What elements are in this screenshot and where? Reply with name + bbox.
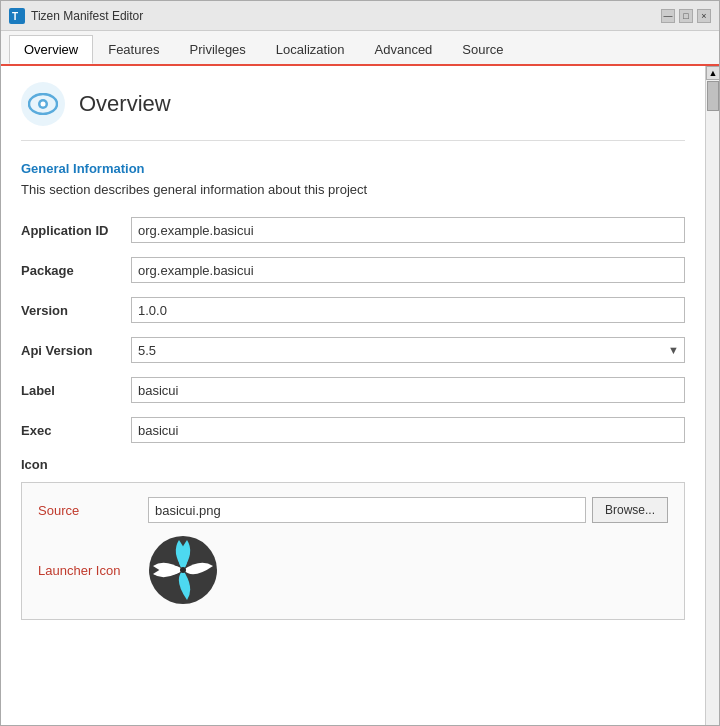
source-input-wrapper: Browse... <box>148 497 668 523</box>
title-bar-left: T Tizen Manifest Editor <box>9 8 143 24</box>
package-row: Package <box>21 257 685 283</box>
icon-section: Icon Source Browse... Launcher Icon <box>21 457 685 620</box>
tab-bar: Overview Features Privileges Localizatio… <box>1 31 719 66</box>
section-desc: This section describes general informati… <box>21 182 685 197</box>
api-version-row: Api Version 5.5 5.0 4.0 ▼ <box>21 337 685 363</box>
tab-features[interactable]: Features <box>93 35 174 64</box>
scrollbar-thumb[interactable] <box>707 81 719 111</box>
scroll-up-button[interactable]: ▲ <box>706 66 719 80</box>
main-content: Overview General Information This sectio… <box>1 66 705 640</box>
label-row: Label <box>21 377 685 403</box>
version-input[interactable] <box>131 297 685 323</box>
app-id-input[interactable] <box>131 217 685 243</box>
window-title: Tizen Manifest Editor <box>31 9 143 23</box>
eye-icon <box>28 93 58 115</box>
exec-input[interactable] <box>131 417 685 443</box>
title-bar: T Tizen Manifest Editor — □ × <box>1 1 719 31</box>
api-version-select[interactable]: 5.5 5.0 4.0 <box>131 337 685 363</box>
launcher-icon-label: Launcher Icon <box>38 563 148 578</box>
main-window: T Tizen Manifest Editor — □ × Overview F… <box>0 0 720 726</box>
version-label: Version <box>21 303 131 318</box>
tab-advanced[interactable]: Advanced <box>360 35 448 64</box>
tab-overview[interactable]: Overview <box>9 35 93 64</box>
icon-label-row: Icon <box>21 457 685 472</box>
api-version-select-wrapper: 5.5 5.0 4.0 ▼ <box>131 337 685 363</box>
svg-point-6 <box>180 567 186 573</box>
section-title: General Information <box>21 161 685 176</box>
icon-section-label: Icon <box>21 457 131 472</box>
api-version-label: Api Version <box>21 343 131 358</box>
launcher-icon-row: Launcher Icon <box>38 535 668 605</box>
app-id-row: Application ID <box>21 217 685 243</box>
icon-box: Source Browse... Launcher Icon <box>21 482 685 620</box>
launcher-icon-image <box>148 535 218 605</box>
overview-title: Overview <box>79 91 171 117</box>
version-row: Version <box>21 297 685 323</box>
close-button[interactable]: × <box>697 9 711 23</box>
maximize-button[interactable]: □ <box>679 9 693 23</box>
tab-localization[interactable]: Localization <box>261 35 360 64</box>
content-area: ▲ Overview General Information This sect… <box>1 66 719 725</box>
tab-source[interactable]: Source <box>447 35 518 64</box>
minimize-button[interactable]: — <box>661 9 675 23</box>
svg-point-4 <box>41 102 46 107</box>
exec-row: Exec <box>21 417 685 443</box>
package-label: Package <box>21 263 131 278</box>
svg-text:T: T <box>12 11 18 22</box>
browse-button[interactable]: Browse... <box>592 497 668 523</box>
app-id-label: Application ID <box>21 223 131 238</box>
overview-icon-circle <box>21 82 65 126</box>
tab-privileges[interactable]: Privileges <box>175 35 261 64</box>
source-label: Source <box>38 503 148 518</box>
source-input[interactable] <box>148 497 586 523</box>
app-icon: T <box>9 8 25 24</box>
window-controls: — □ × <box>661 9 711 23</box>
label-input[interactable] <box>131 377 685 403</box>
scrollbar-track[interactable]: ▲ <box>705 66 719 725</box>
overview-header: Overview <box>21 66 685 141</box>
label-label: Label <box>21 383 131 398</box>
package-input[interactable] <box>131 257 685 283</box>
exec-label: Exec <box>21 423 131 438</box>
icon-source-row: Source Browse... <box>38 497 668 523</box>
